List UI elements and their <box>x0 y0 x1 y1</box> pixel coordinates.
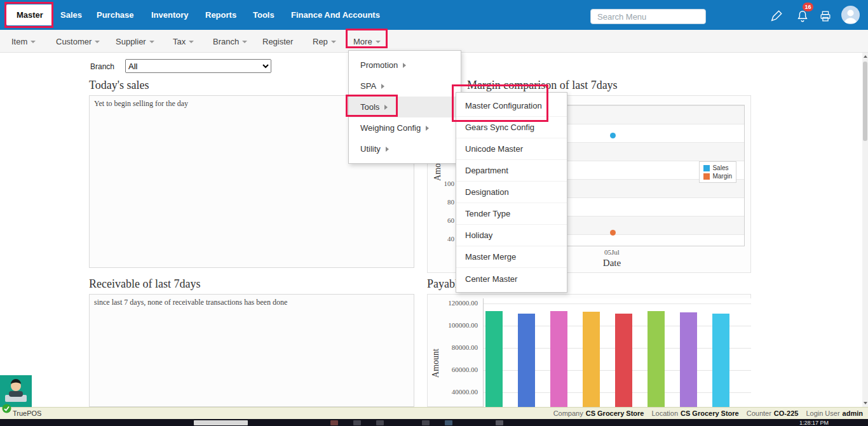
subnav-item-item[interactable]: Item <box>11 30 36 53</box>
scrollbar-thumb[interactable] <box>863 62 867 141</box>
chevron-right-icon <box>384 105 388 110</box>
submenu-item-master-merge[interactable]: Master Merge <box>456 246 567 268</box>
payable-bar <box>583 312 600 407</box>
menu-item-tools[interactable]: Tools <box>349 97 461 117</box>
status-location: LocationCS Grocery Store <box>651 409 738 417</box>
user-avatar[interactable] <box>841 6 860 24</box>
margin-y-tick: 60 <box>430 216 454 224</box>
nav-item-purchase[interactable]: Purchase <box>97 0 134 30</box>
taskbar-icon <box>496 420 503 425</box>
menu-item-label: Utility <box>360 144 381 154</box>
nav-item-reports[interactable]: Reports <box>205 0 236 30</box>
legend-row-sales: Sales <box>703 164 732 171</box>
subnav-item-branch[interactable]: Branch <box>213 30 247 53</box>
more-dropdown-menu: Promotion SPA Tools Weighing Config Util… <box>348 50 461 164</box>
subnav-label: Tax <box>173 37 186 46</box>
nav-item-finance-and-accounts[interactable]: Finance And Accounts <box>291 0 380 30</box>
subnav-item-customer[interactable]: Customer <box>56 30 100 53</box>
payable-y-tick: 60000.00 <box>437 366 478 373</box>
payable-y-axis-label: Amount <box>431 349 441 378</box>
subnav-label: Supplier <box>116 37 146 46</box>
submenu-item-label: Holiday <box>465 230 492 240</box>
payable-bar <box>485 311 503 407</box>
taskbar-icon <box>422 420 430 425</box>
truepos-app: Master Sales Purchase Inventory Reports … <box>0 0 868 426</box>
submenu-item-designation[interactable]: Designation <box>456 182 567 203</box>
submenu-item-department[interactable]: Department <box>456 160 567 182</box>
margin-legend-swatch <box>703 173 710 180</box>
margin-x-tick: 05Jul <box>593 248 631 256</box>
chevron-right-icon <box>403 63 406 68</box>
chevron-down-icon <box>95 41 100 43</box>
subnav-label: Item <box>11 37 27 46</box>
subnav-item-rep[interactable]: Rep <box>313 30 336 53</box>
nav-item-tools[interactable]: Tools <box>253 0 275 30</box>
sub-nav-bar: Item Customer Supplier Tax Branch Regist… <box>0 30 868 53</box>
status-value: admin <box>843 409 863 417</box>
menu-item-label: Tools <box>360 102 379 112</box>
menu-item-label: Promotion <box>360 60 398 70</box>
chevron-down-icon <box>189 41 194 43</box>
check-icon <box>2 404 11 413</box>
subnav-label: More <box>353 37 372 46</box>
brush-icon[interactable] <box>769 10 783 23</box>
support-mascot-image <box>0 375 32 407</box>
subnav-item-tax[interactable]: Tax <box>173 30 194 53</box>
payable-bar <box>680 312 697 407</box>
taskbar-icon <box>353 420 361 425</box>
subnav-item-register[interactable]: Register <box>262 30 293 53</box>
vertical-scrollbar[interactable] <box>862 53 868 407</box>
menu-item-utility[interactable]: Utility <box>349 138 461 159</box>
payable-y-tick: 80000.00 <box>437 343 478 351</box>
submenu-item-gears-sync-config[interactable]: Gears Sync Config <box>456 117 567 138</box>
gridline <box>484 303 751 304</box>
taskbar-icon <box>445 420 452 425</box>
sales-legend-swatch <box>703 165 710 171</box>
chevron-down-icon <box>242 41 247 43</box>
submenu-item-label: Master Configuration <box>465 101 542 110</box>
margin-chart-legend: Sales Margin <box>699 161 736 183</box>
submenu-item-holiday[interactable]: Holiday <box>456 225 567 246</box>
subnav-label: Branch <box>213 37 239 46</box>
tools-submenu: Master Configuration Gears Sync Config U… <box>456 92 567 293</box>
search-input[interactable] <box>590 9 706 24</box>
margin-y-tick: 80 <box>430 198 454 206</box>
windows-taskbar: 1:28:17 PM <box>0 419 868 426</box>
scatter-point-margin <box>610 230 616 236</box>
menu-item-promotion[interactable]: Promotion <box>349 55 461 76</box>
status-fields: CompanyCS Grocery Store LocationCS Groce… <box>553 409 863 417</box>
payable-y-tick: 100000.00 <box>437 321 478 329</box>
payable-y-tick: 40000.00 <box>437 388 478 396</box>
submenu-item-label: Designation <box>465 187 509 197</box>
submenu-item-label: Unicode Master <box>465 144 523 154</box>
nav-item-inventory[interactable]: Inventory <box>151 0 189 30</box>
branch-select[interactable]: All <box>125 59 271 73</box>
scroll-down-arrow[interactable] <box>862 399 868 407</box>
submenu-item-label: Department <box>465 166 508 175</box>
subnav-label: Register <box>262 37 293 46</box>
payable-bar <box>615 314 632 407</box>
submenu-item-center-master[interactable]: Center Master <box>456 268 567 290</box>
submenu-item-tender-type[interactable]: Tender Type <box>456 203 567 225</box>
menu-item-weighing-config[interactable]: Weighing Config <box>349 117 461 138</box>
nav-item-sales[interactable]: Sales <box>60 0 82 30</box>
subnav-item-more[interactable]: More <box>353 30 381 53</box>
scroll-up-arrow[interactable] <box>862 53 868 60</box>
subnav-item-supplier[interactable]: Supplier <box>116 30 154 53</box>
subnav-label: Rep <box>313 37 328 46</box>
bell-icon[interactable] <box>796 10 810 23</box>
margin-y-tick: 40 <box>430 235 454 243</box>
submenu-item-unicode-master[interactable]: Unicode Master <box>456 138 567 160</box>
submenu-item-master-configuration[interactable]: Master Configuration <box>456 95 567 117</box>
nav-item-master[interactable]: Master <box>6 4 53 25</box>
chevron-down-icon <box>331 41 336 43</box>
chevron-down-icon <box>149 41 154 43</box>
menu-item-spa[interactable]: SPA <box>349 76 461 97</box>
margin-y-tick: 100 <box>430 180 454 187</box>
status-label: Company <box>553 409 583 417</box>
status-label: Login User <box>806 409 839 417</box>
printer-icon[interactable] <box>818 10 832 23</box>
taskbar-clock: 1:28:17 PM <box>799 420 829 426</box>
receivable-panel: since last 7 days, none of receivable tr… <box>89 294 414 407</box>
status-bar: TruePOS CompanyCS Grocery Store Location… <box>0 407 868 419</box>
